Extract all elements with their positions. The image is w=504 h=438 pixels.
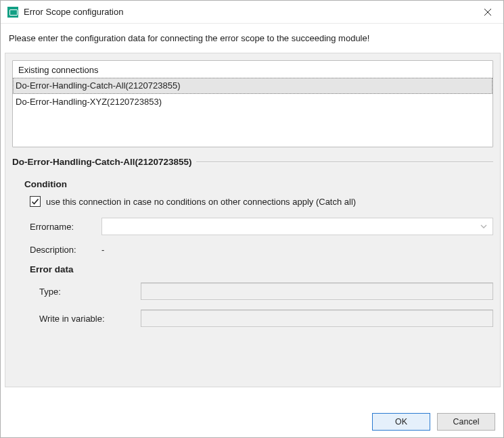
window-title: Error Scope configuration — [24, 7, 472, 17]
write-variable-row: Write in variable: — [39, 310, 493, 327]
write-variable-label: Write in variable: — [39, 314, 141, 324]
instruction-text: Please enter the configuration data for … — [1, 24, 504, 53]
separator-line — [196, 162, 493, 162]
description-label: Description: — [30, 245, 101, 255]
checkmark-icon — [31, 197, 39, 205]
condition-block: Condition use this connection in case no… — [24, 179, 493, 327]
listbox-header: Existing connections — [13, 61, 492, 78]
listbox-items: Do-Error-Handling-Catch-All(2120723855) … — [13, 78, 492, 147]
close-button[interactable] — [472, 1, 503, 23]
dialog-buttons: OK Cancel — [372, 413, 495, 431]
errorname-row: Errorname: — [30, 218, 493, 235]
selected-connection-heading: Do-Error-Handling-Catch-All(2120723855) — [12, 157, 493, 167]
condition-heading: Condition — [24, 179, 493, 189]
list-item[interactable]: Do-Error-Handling-Catch-All(2120723855) — [13, 78, 492, 94]
cancel-button[interactable]: Cancel — [437, 413, 495, 431]
existing-connections-listbox: Existing connections Do-Error-Handling-C… — [12, 60, 493, 147]
description-row: Description: - — [30, 245, 493, 255]
ok-button[interactable]: OK — [372, 413, 430, 431]
type-row: Type: — [39, 283, 493, 300]
type-label: Type: — [39, 287, 141, 297]
app-icon — [7, 7, 18, 18]
write-variable-field[interactable] — [141, 310, 493, 327]
titlebar: Error Scope configuration — [1, 1, 504, 24]
type-field[interactable] — [141, 283, 493, 300]
chevron-down-icon — [480, 223, 487, 230]
selected-connection-label: Do-Error-Handling-Catch-All(2120723855) — [12, 157, 192, 167]
dialog-window: Error Scope configuration Please enter t… — [1, 1, 504, 438]
catch-all-label: use this connection in case no condition… — [46, 197, 356, 207]
catch-all-checkbox[interactable] — [30, 196, 41, 207]
catch-all-row: use this connection in case no condition… — [30, 196, 493, 207]
close-icon — [484, 8, 492, 16]
list-item[interactable]: Do-Error-Handling-XYZ(2120723853) — [13, 94, 492, 110]
main-panel: Existing connections Do-Error-Handling-C… — [5, 53, 501, 387]
description-value: - — [101, 245, 104, 255]
errorname-label: Errorname: — [30, 222, 101, 232]
error-data-heading: Error data — [30, 264, 493, 274]
errorname-combobox[interactable] — [101, 218, 493, 235]
